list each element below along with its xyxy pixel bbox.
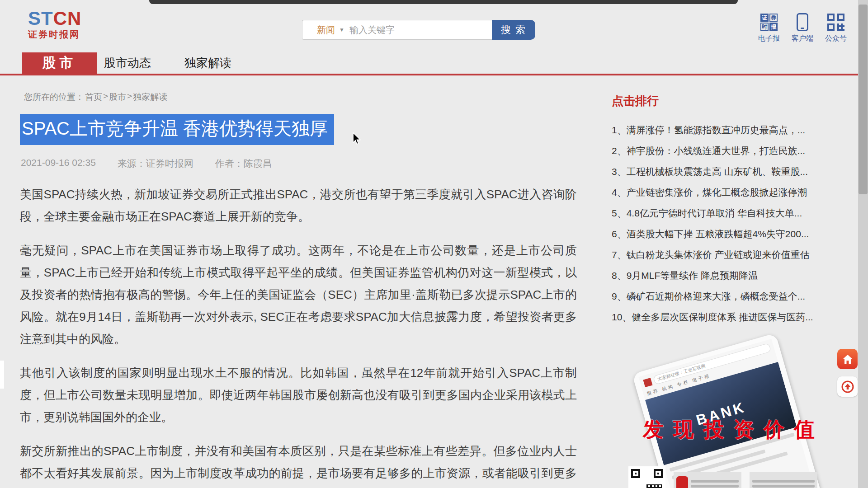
epaper-icon: 证券 时报: [760, 13, 778, 32]
source-value: 证券时报网: [146, 158, 193, 169]
header-quick-links: 证券 时报 电子报 客户端 公众号: [756, 13, 849, 43]
nav-tab-exclusive[interactable]: 独家解读: [184, 52, 231, 74]
mobile-app-label: 客户端: [792, 34, 813, 43]
ranking-item[interactable]: 5、4.8亿元宁德时代订单取消 华自科技大单...: [612, 203, 838, 224]
click-ranking-panel: 点击排行 1、满屏涨停！氢能源指数直冲历史最高点，... 2、神宇股份：小线缆连…: [612, 93, 838, 328]
search-category-select[interactable]: 新闻: [317, 24, 335, 36]
logo-cn: CN: [53, 8, 82, 29]
search-box: 新闻 ▼: [302, 20, 492, 40]
ranking-item[interactable]: 4、产业链密集涨价，煤化工概念股掀起涨停潮: [612, 182, 838, 203]
ad-thumbnail: [674, 472, 741, 488]
article-paragraph: 美国SPAC持续火热，新加坡证券交易所正式推出SPAC，港交所也有望于第三季度就…: [20, 183, 577, 228]
scrollbar-track[interactable]: [858, 0, 868, 488]
back-to-top-button[interactable]: [837, 376, 858, 397]
breadcrumb-separator: >: [103, 91, 108, 103]
article-source: 来源：证券时报网: [118, 157, 193, 170]
article-paragraph: 毫无疑问，SPAC上市在美国证券市场上取得了成功。这两年，不论是在上市公司数量，…: [20, 239, 577, 350]
chevron-down-icon[interactable]: ▼: [339, 27, 344, 33]
ranking-title: 点击排行: [612, 93, 838, 109]
search-button[interactable]: 搜 索: [492, 20, 535, 40]
logo-subtitle: 证券时报网: [28, 30, 81, 39]
ad-thumb-figure: [676, 476, 688, 488]
mobile-app-link[interactable]: 客户端: [789, 13, 816, 43]
site-logo[interactable]: STCN 证券时报网: [28, 9, 81, 39]
home-icon: [842, 354, 854, 365]
breadcrumb: 您所在的位置： 首页 > 股市 > 独家解读: [24, 91, 167, 103]
author-value: 陈霞昌: [244, 158, 272, 169]
wechat-account-label: 公众号: [825, 34, 847, 43]
ranking-item[interactable]: 3、工程机械板块震荡走高 山东矿机、鞍重股...: [612, 161, 838, 182]
search-input[interactable]: [349, 24, 492, 36]
main-nav: 股市 股市动态 独家解读: [0, 52, 868, 74]
ad-slogan: 发 现 投 资 价 值: [643, 416, 816, 444]
scrollbar-thumb[interactable]: [859, 5, 868, 194]
home-button[interactable]: [837, 349, 858, 369]
source-label: 来源：: [118, 158, 146, 169]
article-paragraph: 新交所新推出的SPAC上市制度，并没有和美国有本质区别，只是在某些标准上有些差异…: [20, 440, 577, 488]
top-overlay-bar: [149, 0, 738, 4]
page: STCN 证券时报网 新闻 ▼ 搜 索 证券 时报 电子报 客户端: [0, 0, 868, 488]
ranking-item[interactable]: 10、健全多层次医保制度体系 推进医保与医药...: [612, 307, 838, 328]
qrcode-icon: [827, 13, 844, 32]
nav-tab-stock-market[interactable]: 股市: [22, 52, 97, 74]
article-title-selected[interactable]: SPAC上市竞争升温 香港优势得天独厚: [20, 114, 334, 145]
nav-underline: [0, 74, 868, 75]
mobile-app-icon: [797, 13, 808, 32]
ranking-item[interactable]: 8、9月MLF等量续作 降息预期降温: [612, 265, 838, 286]
article-author: 作者：陈霞昌: [215, 157, 272, 170]
nav-tab-stock-news[interactable]: 股市动态: [104, 52, 151, 74]
breadcrumb-home[interactable]: 首页: [85, 91, 102, 103]
ranking-item[interactable]: 1、满屏涨停！氢能源指数直冲历史最高点，...: [612, 120, 838, 141]
article-paragraph: 其他引入该制度的国家则明显出现水土不服的情况。比如韩国，虽然早在12年前就开始引…: [20, 362, 577, 428]
sidebar-ad[interactable]: 大家都在搜：工业互联网 推荐 机构 专栏 电子报 BANK 发 现 投 资 价 …: [614, 338, 832, 488]
ad-thumbnail: [750, 472, 817, 488]
article-meta: 2021-09-16 02:35 来源：证券时报网 作者：陈霞昌: [21, 157, 272, 170]
breadcrumb-separator: >: [127, 91, 132, 103]
ad-phone-app-logo: [643, 378, 652, 387]
left-edge-artifact: [0, 361, 4, 389]
mouse-cursor: [352, 132, 362, 147]
article-date: 2021-09-16 02:35: [21, 157, 96, 170]
breadcrumb-section[interactable]: 股市: [109, 91, 126, 103]
ranking-list: 1、满屏涨停！氢能源指数直冲历史最高点，... 2、神宇股份：小线缆连通大世界，…: [612, 120, 838, 328]
epaper-link[interactable]: 证券 时报 电子报: [756, 13, 782, 43]
ad-phone-mockup: 大家都在搜：工业互联网 推荐 机构 专栏 电子报 BANK: [632, 333, 828, 488]
wechat-account-link[interactable]: 公众号: [823, 13, 849, 43]
breadcrumb-page[interactable]: 独家解读: [133, 91, 167, 103]
breadcrumb-label: 您所在的位置：: [24, 91, 84, 103]
ranking-item[interactable]: 6、酒类股大幅下挫 五粮液跌幅超4%失守200...: [612, 224, 838, 244]
ranking-item[interactable]: 9、磷矿石近期价格迎来大涨，磷概念受益个...: [612, 286, 838, 307]
logo-st: ST: [28, 8, 53, 29]
ranking-item[interactable]: 7、钛白粉龙头集体涨价 产业链或迎来价值重估: [612, 244, 838, 265]
article-body: 美国SPAC持续火热，新加坡证券交易所正式推出SPAC，港交所也有望于第三季度就…: [20, 183, 577, 488]
ad-qrcode: [628, 466, 665, 488]
article-title-wrap: SPAC上市竞争升温 香港优势得天独厚: [20, 114, 334, 145]
logo-text: STCN: [28, 9, 81, 28]
up-arrow-icon: [841, 380, 854, 394]
search-bar: 新闻 ▼ 搜 索: [302, 20, 535, 40]
ranking-item[interactable]: 2、神宇股份：小线缆连通大世界，打造民族...: [612, 141, 838, 161]
epaper-label: 电子报: [758, 34, 780, 43]
author-label: 作者：: [215, 158, 244, 169]
